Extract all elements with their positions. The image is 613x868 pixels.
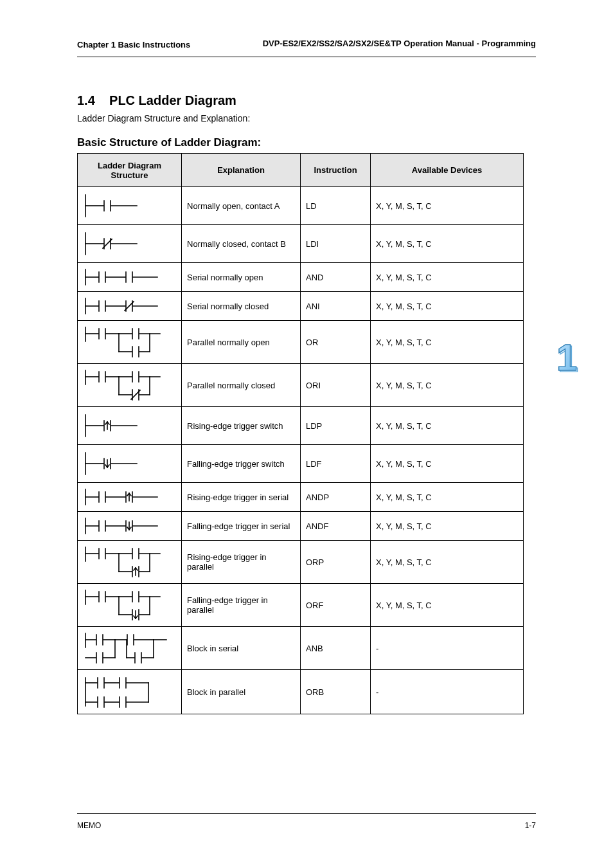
section-number: 1.4 — [77, 93, 95, 107]
section-sub: Basic Structure of Ladder Diagram: — [77, 136, 536, 149]
instruction-cell: ANI — [301, 292, 371, 321]
footer-left: MEMO — [77, 821, 101, 830]
devices-cell: X, Y, M, S, T, C — [371, 541, 524, 584]
ladder-diagram-cell — [78, 321, 182, 364]
section-title: 1.4 PLC Ladder Diagram — [77, 93, 536, 108]
devices-cell: X, Y, M, S, T, C — [371, 407, 524, 445]
instruction-cell: ANDF — [301, 512, 371, 541]
table-row: Parallel normally closedORIX, Y, M, S, T… — [78, 364, 524, 407]
ladder-diagram-cell — [78, 407, 182, 445]
ladder-diagram-cell — [78, 627, 182, 670]
explanation-cell: Parallel normally open — [182, 321, 301, 364]
explanation-cell: Rising-edge trigger in serial — [182, 483, 301, 512]
devices-cell: X, Y, M, S, T, C — [371, 445, 524, 483]
explanation-cell: Falling-edge trigger in parallel — [182, 584, 301, 627]
explanation-cell: Block in serial — [182, 627, 301, 670]
instruction-cell: ORB — [301, 670, 371, 714]
ladder-diagram-cell — [78, 364, 182, 407]
table-row: Normally closed, contact BLDIX, Y, M, S,… — [78, 225, 524, 263]
section-title-text: PLC Ladder Diagram — [109, 93, 236, 107]
footer-right: 1-7 — [525, 821, 536, 830]
devices-cell: X, Y, M, S, T, C — [371, 364, 524, 407]
page-footer: MEMO 1-7 — [77, 813, 536, 831]
footer-rule — [77, 813, 536, 814]
table-header-row: Ladder Diagram Structure Explanation Ins… — [78, 154, 524, 187]
explanation-cell: Serial normally closed — [182, 292, 301, 321]
explanation-cell: Falling-edge trigger switch — [182, 445, 301, 483]
th-instruction: Instruction — [301, 154, 371, 187]
devices-cell: X, Y, M, S, T, C — [371, 483, 524, 512]
devices-cell: X, Y, M, S, T, C — [371, 321, 524, 364]
page-header: Chapter 1 Basic Instructions DVP-ES2/EX2… — [77, 39, 536, 50]
explanation-cell: Parallel normally closed — [182, 364, 301, 407]
instruction-cell: LDP — [301, 407, 371, 445]
explanation-cell: Serial normally open — [182, 263, 301, 292]
table-row: Rising-edge trigger switchLDPX, Y, M, S,… — [78, 407, 524, 445]
ladder-diagram-cell — [78, 225, 182, 263]
header-rule — [77, 57, 536, 57]
devices-cell: X, Y, M, S, T, C — [371, 263, 524, 292]
explanation-cell: Rising-edge trigger switch — [182, 407, 301, 445]
ladder-diagram-cell — [78, 445, 182, 483]
instruction-cell: ORP — [301, 541, 371, 584]
table-row: Parallel normally openORX, Y, M, S, T, C — [78, 321, 524, 364]
table-row: Falling-edge trigger switchLDFX, Y, M, S… — [78, 445, 524, 483]
devices-cell: X, Y, M, S, T, C — [371, 512, 524, 541]
th-explanation: Explanation — [182, 154, 301, 187]
ladder-diagram-cell — [78, 541, 182, 584]
table-row: Serial normally closedANIX, Y, M, S, T, … — [78, 292, 524, 321]
explanation-cell: Block in parallel — [182, 670, 301, 714]
ladder-diagram-cell — [78, 292, 182, 321]
instruction-cell: LD — [301, 187, 371, 225]
instruction-cell: LDF — [301, 445, 371, 483]
header-right-text: DVP-ES2/EX2/SS2/SA2/SX2/SE&TP Operation … — [263, 39, 536, 48]
ladder-table: Ladder Diagram Structure Explanation Ins… — [77, 153, 524, 714]
table-row: Normally open, contact ALDX, Y, M, S, T,… — [78, 187, 524, 225]
explanation-cell: Normally open, contact A — [182, 187, 301, 225]
devices-cell: - — [371, 670, 524, 714]
instruction-cell: ORI — [301, 364, 371, 407]
ladder-diagram-cell — [78, 670, 182, 714]
instruction-cell: ORF — [301, 584, 371, 627]
instruction-cell: LDI — [301, 225, 371, 263]
section-lead: Ladder Diagram Structure and Explanation… — [77, 113, 536, 123]
ladder-diagram-cell — [78, 483, 182, 512]
table-row: Serial normally openANDX, Y, M, S, T, C — [78, 263, 524, 292]
instruction-cell: ANDP — [301, 483, 371, 512]
table-row: Falling-edge trigger in parallelORFX, Y,… — [78, 584, 524, 627]
devices-cell: X, Y, M, S, T, C — [371, 292, 524, 321]
th-devices: Available Devices — [371, 154, 524, 187]
instruction-cell: AND — [301, 263, 371, 292]
explanation-cell: Rising-edge trigger in parallel — [182, 541, 301, 584]
ladder-diagram-cell — [78, 263, 182, 292]
table-row: Rising-edge trigger in serialANDPX, Y, M… — [78, 483, 524, 512]
svg-text:1: 1 — [556, 337, 577, 378]
table-row: Block in serialANB- — [78, 627, 524, 670]
instruction-cell: ANB — [301, 627, 371, 670]
chapter-side-number: 1 1 — [553, 337, 583, 379]
header-left-text: Chapter 1 Basic Instructions — [77, 40, 190, 50]
table-row: Block in parallelORB- — [78, 670, 524, 714]
devices-cell: X, Y, M, S, T, C — [371, 584, 524, 627]
ladder-diagram-cell — [78, 187, 182, 225]
th-structure: Ladder Diagram Structure — [78, 154, 182, 187]
devices-cell: X, Y, M, S, T, C — [371, 225, 524, 263]
devices-cell: X, Y, M, S, T, C — [371, 187, 524, 225]
ladder-diagram-cell — [78, 584, 182, 627]
explanation-cell: Normally closed, contact B — [182, 225, 301, 263]
ladder-diagram-cell — [78, 512, 182, 541]
table-row: Falling-edge trigger in serialANDFX, Y, … — [78, 512, 524, 541]
table-row: Rising-edge trigger in parallelORPX, Y, … — [78, 541, 524, 584]
explanation-cell: Falling-edge trigger in serial — [182, 512, 301, 541]
instruction-cell: OR — [301, 321, 371, 364]
devices-cell: - — [371, 627, 524, 670]
